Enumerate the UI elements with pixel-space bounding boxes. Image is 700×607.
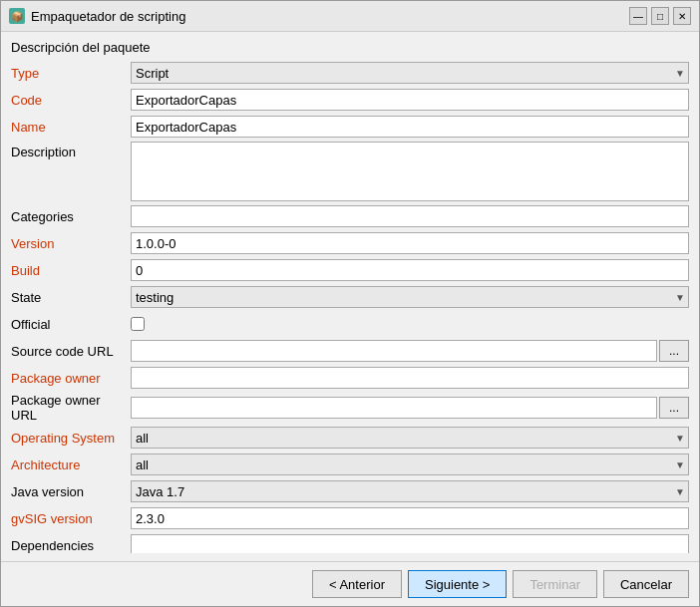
- architecture-label: Architecture: [11, 457, 131, 472]
- state-select-wrapper: testing stable unstable ▼: [131, 286, 689, 308]
- name-row: Name: [11, 115, 689, 139]
- name-label: Name: [11, 120, 131, 135]
- dependencies-label: Dependencies: [11, 538, 131, 553]
- source-code-url-input[interactable]: [131, 340, 657, 362]
- official-row: Official: [11, 312, 689, 336]
- description-row: Description: [11, 142, 689, 201]
- java-version-select-wrapper: Java 1.7 Java 1.8 Java 11 ▼: [131, 480, 689, 502]
- window-icon: 📦: [9, 8, 25, 24]
- footer: < Anterior Siguiente > Terminar Cancelar: [1, 561, 699, 606]
- form-area: Type Script Plugin Library ▼ Code Name: [11, 61, 689, 553]
- package-owner-row: Package owner: [11, 366, 689, 390]
- java-version-row: Java version Java 1.7 Java 1.8 Java 11 ▼: [11, 479, 689, 503]
- build-input[interactable]: [131, 259, 689, 281]
- java-version-select[interactable]: Java 1.7 Java 1.8 Java 11: [131, 480, 689, 502]
- back-button[interactable]: < Anterior: [312, 570, 402, 598]
- operating-system-row: Operating System all win linux mac ▼: [11, 426, 689, 450]
- state-label: State: [11, 290, 131, 305]
- build-label: Build: [11, 263, 131, 278]
- package-owner-url-row: Package owner URL ...: [11, 393, 689, 423]
- content-area: Descripción del paquete Type Script Plug…: [1, 32, 699, 561]
- minimize-button[interactable]: —: [629, 7, 647, 25]
- operating-system-select-wrapper: all win linux mac ▼: [131, 427, 689, 449]
- next-button[interactable]: Siguiente >: [408, 570, 507, 598]
- state-row: State testing stable unstable ▼: [11, 285, 689, 309]
- source-code-url-row: Source code URL ...: [11, 339, 689, 363]
- gvsig-version-label: gvSIG version: [11, 511, 131, 526]
- java-version-label: Java version: [11, 484, 131, 499]
- build-row: Build: [11, 258, 689, 282]
- code-label: Code: [11, 93, 131, 108]
- code-input[interactable]: [131, 89, 689, 111]
- type-select-wrapper: Script Plugin Library ▼: [131, 62, 689, 84]
- type-row: Type Script Plugin Library ▼: [11, 61, 689, 85]
- finish-button[interactable]: Terminar: [513, 570, 597, 598]
- close-button[interactable]: ✕: [673, 7, 691, 25]
- package-owner-url-input[interactable]: [131, 397, 657, 419]
- package-owner-label: Package owner: [11, 371, 131, 386]
- operating-system-label: Operating System: [11, 431, 131, 446]
- window-controls: — □ ✕: [629, 7, 691, 25]
- gvsig-version-input[interactable]: [131, 507, 689, 529]
- maximize-button[interactable]: □: [651, 7, 669, 25]
- architecture-select[interactable]: all x86 x64: [131, 454, 689, 475]
- dependencies-input[interactable]: [131, 534, 689, 553]
- cancel-button[interactable]: Cancelar: [603, 570, 689, 598]
- version-input[interactable]: [131, 232, 689, 254]
- dependencies-row: Dependencies: [11, 533, 689, 553]
- package-owner-url-button[interactable]: ...: [659, 397, 689, 419]
- name-input[interactable]: [131, 116, 689, 138]
- description-input[interactable]: [131, 142, 689, 201]
- package-owner-url-label: Package owner URL: [11, 393, 131, 423]
- operating-system-select[interactable]: all win linux mac: [131, 427, 689, 449]
- gvsig-version-row: gvSIG version: [11, 506, 689, 530]
- official-label: Official: [11, 317, 131, 332]
- section-title: Descripción del paquete: [11, 40, 689, 55]
- official-checkbox[interactable]: [131, 317, 145, 331]
- state-select[interactable]: testing stable unstable: [131, 286, 689, 308]
- code-row: Code: [11, 88, 689, 112]
- architecture-row: Architecture all x86 x64 ▼: [11, 453, 689, 476]
- categories-input[interactable]: [131, 205, 689, 227]
- type-select[interactable]: Script Plugin Library: [131, 62, 689, 84]
- version-row: Version: [11, 231, 689, 255]
- type-label: Type: [11, 66, 131, 81]
- categories-label: Categories: [11, 209, 131, 224]
- package-owner-input[interactable]: [131, 367, 689, 389]
- source-code-url-label: Source code URL: [11, 344, 131, 359]
- window-title: Empaquetador de scripting: [31, 9, 623, 24]
- version-label: Version: [11, 236, 131, 251]
- description-label: Description: [11, 142, 131, 159]
- titlebar: 📦 Empaquetador de scripting — □ ✕: [1, 1, 699, 32]
- main-window: 📦 Empaquetador de scripting — □ ✕ Descri…: [0, 0, 700, 607]
- categories-row: Categories: [11, 204, 689, 228]
- source-code-url-button[interactable]: ...: [659, 340, 689, 362]
- architecture-select-wrapper: all x86 x64 ▼: [131, 454, 689, 475]
